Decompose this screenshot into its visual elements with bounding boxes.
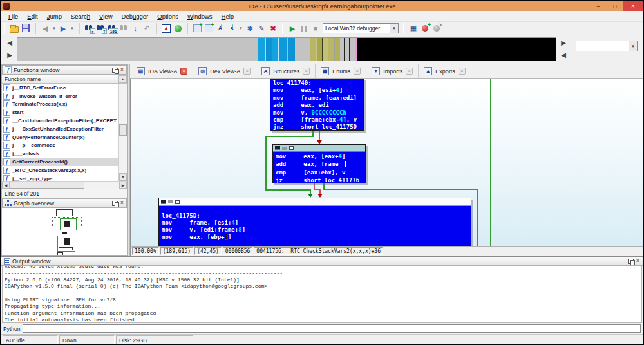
snowflake-icon[interactable]: ✱	[245, 23, 255, 33]
edit-function-icon[interactable]: ✎	[256, 23, 267, 33]
delete-function-icon[interactable]: ✖	[268, 23, 278, 33]
maximize-button[interactable]: □	[607, 1, 623, 11]
tab-close-icon[interactable]: ×	[459, 68, 466, 75]
graph-view[interactable]: loc_411740:mov eax, [esi+4]mov frame, [e…	[130, 79, 643, 246]
navband-scroll-right-icon[interactable]: ▶	[7, 52, 12, 59]
functions-vscroll-track[interactable]	[119, 84, 127, 173]
navband-zoom-in-icon[interactable]: ▶	[561, 40, 566, 46]
menu-item-search[interactable]: Search	[66, 12, 95, 21]
functions-close-icon[interactable]: ×	[120, 67, 124, 73]
minimize-button[interactable]: –	[590, 1, 607, 11]
add-breakpoint-icon[interactable]	[420, 23, 430, 33]
tab-close-icon[interactable]: ×	[180, 68, 187, 75]
functions-scroll-right-icon[interactable]: ▶	[119, 182, 127, 189]
block-title-bar[interactable]	[159, 198, 471, 206]
tab-hex-view-a[interactable]: ◎Hex View-A×	[193, 64, 256, 78]
data-band[interactable]	[310, 38, 340, 61]
delete-breakpoint-icon[interactable]	[431, 23, 442, 33]
tab-ida-view-a[interactable]: ▤IDA View-A×	[131, 64, 193, 78]
navband-scroll-left-icon[interactable]: ◀	[7, 40, 12, 46]
function-list-item[interactable]: fQueryPerformanceCounter(x)	[2, 133, 118, 142]
segment-dropdown-icon[interactable]: ▼	[238, 23, 243, 33]
graph-overview-minimap[interactable]	[2, 208, 127, 255]
debugger-select-dropdown-icon[interactable]: ▼	[390, 24, 398, 33]
forward-history-dropdown-icon[interactable]: ▼	[70, 23, 75, 33]
menu-item-jump[interactable]: Jump	[43, 12, 66, 21]
jump-address-icon[interactable]: ↓	[130, 23, 140, 33]
debugger-pause-icon[interactable]	[299, 23, 309, 33]
tab-close-icon[interactable]: ×	[406, 68, 413, 75]
debugger-stop-icon[interactable]: ■	[310, 23, 321, 33]
functions-hscroll-thumb[interactable]	[10, 182, 84, 189]
tab-close-icon[interactable]: ×	[354, 68, 361, 75]
function-list-item[interactable]: f__CxxUnhandledExceptionFilter(_EXCEPT	[2, 117, 118, 125]
search-next-icon[interactable]	[118, 23, 129, 33]
functions-pin-icon[interactable]	[112, 68, 118, 73]
search-bytes-icon[interactable]	[84, 23, 94, 33]
navigate-back-icon[interactable]: ◀	[40, 23, 50, 33]
analysis-indicator-icon[interactable]	[173, 23, 183, 33]
function-list-item[interactable]: fTerminateProcess(x,x)	[2, 100, 118, 109]
menu-item-debugger[interactable]: Debugger	[117, 12, 153, 21]
save-file-icon[interactable]	[21, 23, 31, 33]
functions-hscroll-track[interactable]	[10, 182, 119, 189]
menu-item-options[interactable]: Options	[153, 12, 183, 21]
undo-search-icon[interactable]: ↶	[142, 23, 152, 33]
functions-horizontal-scrollbar[interactable]: ◀ ▶	[2, 181, 127, 189]
add-enum-icon[interactable]	[204, 23, 214, 33]
undefined-band[interactable]	[357, 38, 555, 61]
function-list-item[interactable]: f_RTC_CheckStackVars2(x,x,x)	[2, 166, 118, 174]
output-pin-icon[interactable]	[628, 259, 634, 264]
output-close-icon[interactable]: ×	[636, 258, 640, 264]
regular-code-band[interactable]	[295, 38, 310, 61]
tab-close-icon[interactable]: ×	[243, 68, 251, 75]
function-list-item[interactable]: fj__invoke_watson_if_error	[2, 92, 118, 100]
function-list-item[interactable]: fj___unlock	[2, 149, 118, 158]
open-file-icon[interactable]	[9, 23, 19, 33]
debugger-select[interactable]: Local Win32 debugger▼	[323, 23, 399, 33]
minimap-viewport[interactable]	[52, 217, 82, 227]
functions-vscroll-thumb[interactable]	[119, 124, 127, 136]
navigation-band[interactable]	[17, 37, 556, 61]
functions-scroll-down-icon[interactable]: ▼	[119, 173, 127, 181]
menu-item-view[interactable]: View	[95, 12, 117, 21]
function-list-item[interactable]: fj__set_app_type	[2, 174, 118, 181]
block-title-bar[interactable]	[273, 145, 365, 152]
menu-item-edit[interactable]: Edit	[23, 12, 42, 21]
add-segment-icon[interactable]: s	[227, 23, 237, 33]
close-button[interactable]: ×	[623, 1, 643, 11]
functions-scroll-up-icon[interactable]: ▲	[118, 75, 127, 83]
graph-overview-close-icon[interactable]: ×	[120, 200, 124, 206]
regular-code-band[interactable]	[17, 38, 258, 61]
function-list-item[interactable]: fGetCurrentProcessId()	[2, 158, 118, 166]
add-name-icon[interactable]: A	[215, 23, 225, 33]
navband-zoom-out-icon[interactable]: ◀	[561, 52, 566, 59]
function-list-item[interactable]: fj__RTC_SetErrorFunc	[2, 84, 118, 92]
function-list-item[interactable]: fstart	[2, 108, 118, 117]
basic-block-middle[interactable]: mov eax, [eax+4]add eax, frame cmp [eax+…	[272, 144, 366, 183]
functions-column-header[interactable]: Function name ▲	[2, 75, 127, 84]
tab-exports[interactable]: ▲Exports×	[419, 64, 471, 78]
basic-block-loc_41175D[interactable]: loc_41175D:mov frame, [esi+4]mov v, [edi…	[158, 198, 471, 246]
back-history-dropdown-icon[interactable]: ▼	[52, 23, 57, 33]
search-text-icon[interactable]	[95, 23, 106, 33]
address-select-dropdown-icon[interactable]: ▼	[629, 41, 637, 51]
menu-item-file[interactable]: File	[4, 12, 23, 21]
navigate-forward-icon[interactable]: ▶	[58, 23, 68, 33]
basic-block-loc_411740[interactable]: loc_411740:mov eax, [esi+4]mov frame, [e…	[270, 79, 364, 131]
search-value-icon[interactable]	[107, 23, 117, 33]
marked-code-band[interactable]	[340, 38, 355, 61]
colors-icon[interactable]: ▲	[161, 23, 171, 33]
debugger-start-icon[interactable]: ▶	[287, 23, 298, 33]
function-list-item[interactable]: fj___CxxSetUnhandledExceptionFilter	[2, 125, 118, 133]
function-list-item[interactable]: fj___p__commode	[2, 142, 118, 150]
functions-scroll-left-icon[interactable]: ◀	[2, 182, 10, 189]
tab-enums[interactable]: ▦Enums×	[316, 64, 366, 78]
tab-imports[interactable]: ▼Imports×	[366, 64, 419, 78]
menu-item-windows[interactable]: Windows	[183, 12, 217, 21]
add-structure-icon[interactable]	[192, 23, 202, 33]
functions-vertical-scrollbar[interactable]: ▼	[118, 84, 127, 181]
tab-close-icon[interactable]: ×	[303, 68, 310, 75]
output-log[interactable]: Xtoemd: No saved Xtoemd state data was f…	[2, 266, 642, 323]
library-functions-band[interactable]	[258, 38, 295, 61]
